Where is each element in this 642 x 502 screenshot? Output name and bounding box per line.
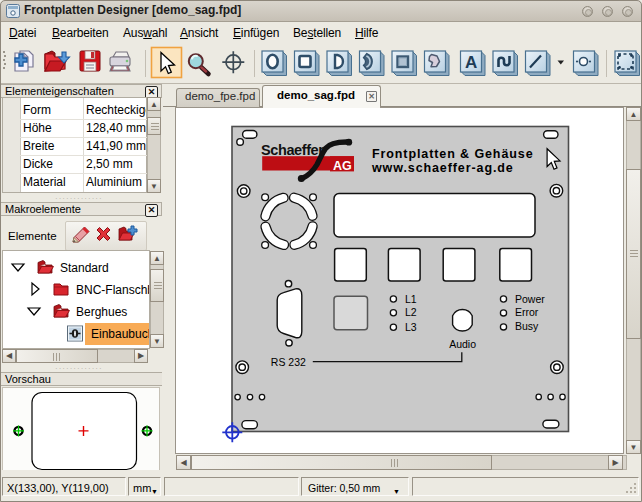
svg-text:L2: L2 (405, 306, 417, 318)
svg-text:L1: L1 (405, 293, 417, 305)
svg-text:Busy: Busy (515, 320, 539, 332)
svg-text:www.schaeffer-ag.de: www.schaeffer-ag.de (371, 161, 514, 175)
svg-text:L3: L3 (405, 321, 417, 333)
svg-text:Error: Error (515, 306, 539, 318)
svg-text:AG: AG (333, 159, 352, 173)
svg-text:A: A (465, 53, 477, 72)
svg-text:Audio: Audio (449, 338, 476, 350)
svg-text:Frontplatten & Gehäuse: Frontplatten & Gehäuse (372, 147, 533, 161)
svg-text:Power: Power (515, 293, 545, 305)
svg-text:RS 232: RS 232 (271, 356, 306, 368)
svg-text:Schaeffer: Schaeffer (261, 142, 324, 158)
